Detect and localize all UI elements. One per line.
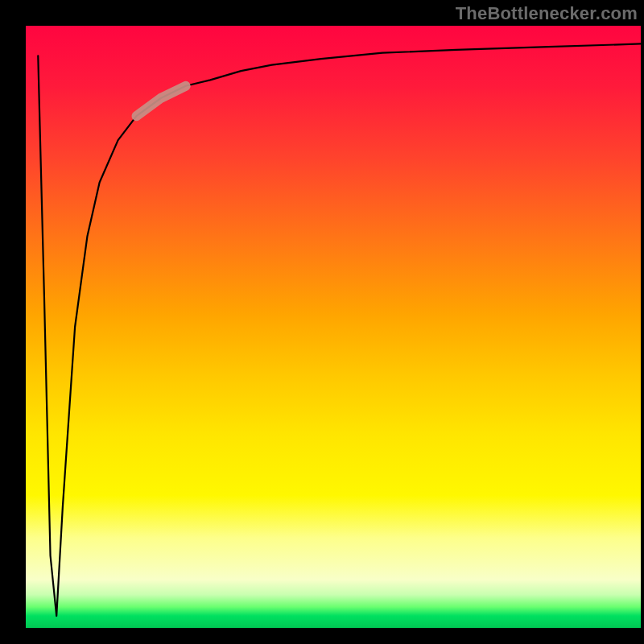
plot-gradient-area: [26, 26, 641, 628]
chart-frame: TheBottlenecker.com: [0, 0, 644, 644]
watermark-text: TheBottlenecker.com: [456, 3, 638, 24]
